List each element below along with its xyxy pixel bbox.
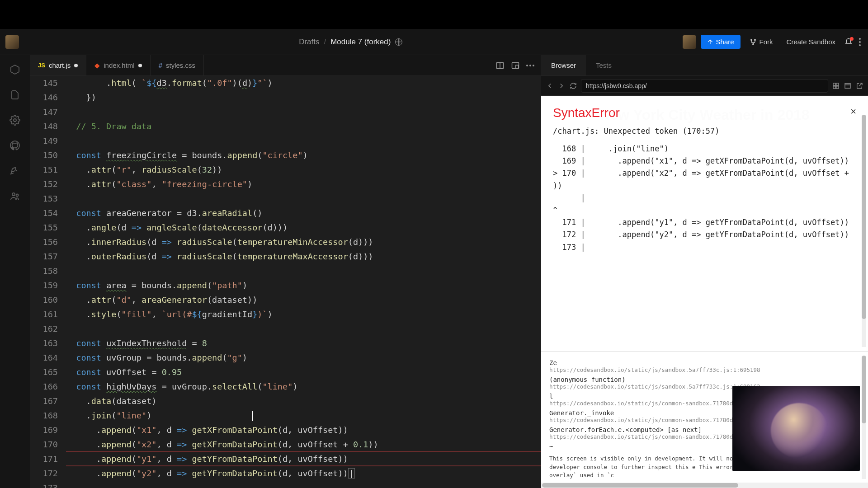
svg-rect-7 — [512, 62, 519, 68]
breadcrumb-title[interactable]: Module 7 (forked) — [330, 38, 391, 47]
svg-rect-13 — [845, 83, 850, 88]
webcam-overlay[interactable] — [732, 386, 860, 471]
explorer-icon[interactable] — [9, 89, 21, 101]
tab-index-html[interactable]: ◆ index.html — [86, 55, 150, 75]
svg-rect-12 — [836, 86, 839, 88]
stack-frame-fn: Ze — [549, 359, 860, 366]
tab-chart-js[interactable]: JS chart.js — [30, 55, 86, 75]
nav-back-icon[interactable] — [546, 82, 554, 90]
svg-point-3 — [14, 119, 16, 122]
open-external-icon[interactable] — [855, 82, 863, 90]
svg-rect-9 — [833, 83, 835, 85]
tab-tests[interactable]: Tests — [586, 55, 622, 75]
stack-scrollbar[interactable] — [862, 356, 866, 479]
fork-button[interactable]: Fork — [745, 35, 778, 49]
github-icon[interactable] — [9, 139, 21, 152]
settings-icon[interactable] — [9, 114, 21, 127]
svg-point-4 — [12, 193, 15, 196]
error-location: /chart.js: Unexpected token (170:57) — [553, 127, 856, 136]
css-icon: # — [159, 61, 162, 69]
svg-rect-10 — [836, 83, 839, 85]
svg-point-2 — [752, 43, 754, 45]
horizontal-scrollbar[interactable] — [541, 483, 868, 488]
code-editor[interactable]: 1451461471481491501511521531541551561571… — [30, 76, 541, 488]
live-icon[interactable] — [9, 190, 21, 202]
stack-scroll-thumb[interactable] — [862, 356, 866, 423]
create-label: Create Sandbox — [787, 38, 835, 46]
tab-label: chart.js — [49, 61, 71, 69]
stack-frame-url: https://codesandbox.io/static/js/sandbox… — [549, 366, 860, 373]
address-input[interactable] — [581, 79, 828, 93]
globe-icon[interactable] — [395, 38, 402, 46]
stack-trace-pane: Zehttps://codesandbox.io/static/js/sandb… — [541, 352, 868, 483]
preview-popout-icon[interactable] — [511, 61, 520, 70]
right-pane: Browser Tests New York City Weather in 2… — [541, 55, 868, 488]
share-icon — [707, 39, 713, 45]
activity-bar — [0, 55, 30, 488]
tab-browser[interactable]: Browser — [541, 55, 586, 75]
tab-label: styles.css — [166, 61, 195, 69]
modified-dot — [74, 64, 78, 67]
workspace-avatar[interactable] — [5, 35, 19, 49]
svg-point-1 — [754, 39, 755, 41]
error-codeframe: 168 | .join("line") 169 | .append("x1", … — [553, 143, 856, 253]
address-bar-row — [541, 76, 868, 96]
fork-label: Fork — [760, 38, 773, 46]
error-scrollbar[interactable] — [862, 115, 866, 347]
error-scroll-thumb[interactable] — [862, 115, 866, 319]
svg-point-0 — [750, 39, 752, 41]
fork-icon — [750, 38, 757, 46]
reload-icon[interactable] — [569, 82, 577, 90]
html-icon: ◆ — [94, 61, 100, 70]
more-menu-button[interactable] — [857, 36, 863, 48]
share-button[interactable]: Share — [701, 35, 741, 49]
main-content: JS chart.js ◆ index.html # styles.css 14… — [0, 55, 868, 488]
hscroll-thumb[interactable] — [542, 483, 738, 488]
modified-dot — [138, 64, 142, 67]
share-label: Share — [716, 38, 734, 46]
app-header: Drafts / Module 7 (forked) Share Fork Cr… — [0, 29, 868, 55]
user-avatar[interactable] — [683, 35, 696, 49]
svg-point-5 — [16, 194, 19, 197]
notifications-button[interactable] — [844, 38, 853, 46]
create-sandbox-button[interactable]: Create Sandbox — [782, 35, 840, 49]
code-body[interactable]: .html( `${d3.format(".0f")(d)}°`) }) // … — [66, 76, 541, 488]
open-window-icon[interactable] — [844, 82, 852, 90]
letterbox-top — [0, 0, 868, 29]
svg-rect-11 — [833, 86, 835, 88]
nav-forward-icon[interactable] — [557, 82, 566, 90]
notification-dot — [850, 37, 854, 41]
js-icon: JS — [38, 62, 45, 69]
breadcrumb-root[interactable]: Drafts — [299, 38, 319, 47]
webcam-feed — [732, 386, 860, 471]
editor-tabs: JS chart.js ◆ index.html # styles.css — [30, 55, 541, 76]
svg-rect-8 — [516, 65, 519, 68]
preview-tabs: Browser Tests — [541, 55, 868, 76]
editor-more-icon[interactable] — [526, 65, 534, 66]
preview-wrap: New York City Weather in 2018 SyntaxErro… — [541, 96, 868, 352]
error-overlay: SyntaxError × /chart.js: Unexpected toke… — [541, 96, 868, 352]
breadcrumb-separator: / — [324, 38, 326, 47]
deploy-icon[interactable] — [9, 164, 21, 177]
tab-label: index.html — [104, 61, 134, 69]
error-title: SyntaxError — [553, 106, 620, 120]
line-gutter: 1451461471481491501511521531541551561571… — [30, 76, 66, 488]
tab-styles-css[interactable]: # styles.css — [151, 55, 204, 75]
editor-area: JS chart.js ◆ index.html # styles.css 14… — [30, 55, 541, 488]
breadcrumb: Drafts / Module 7 (forked) — [19, 38, 683, 47]
layout-toggle-icon[interactable] — [495, 61, 505, 70]
stack-frame-fn: (anonymous function) — [549, 376, 860, 383]
error-close-button[interactable]: × — [850, 106, 856, 117]
toggle-structure-icon[interactable] — [832, 82, 840, 90]
sandbox-info-icon[interactable] — [9, 63, 21, 76]
